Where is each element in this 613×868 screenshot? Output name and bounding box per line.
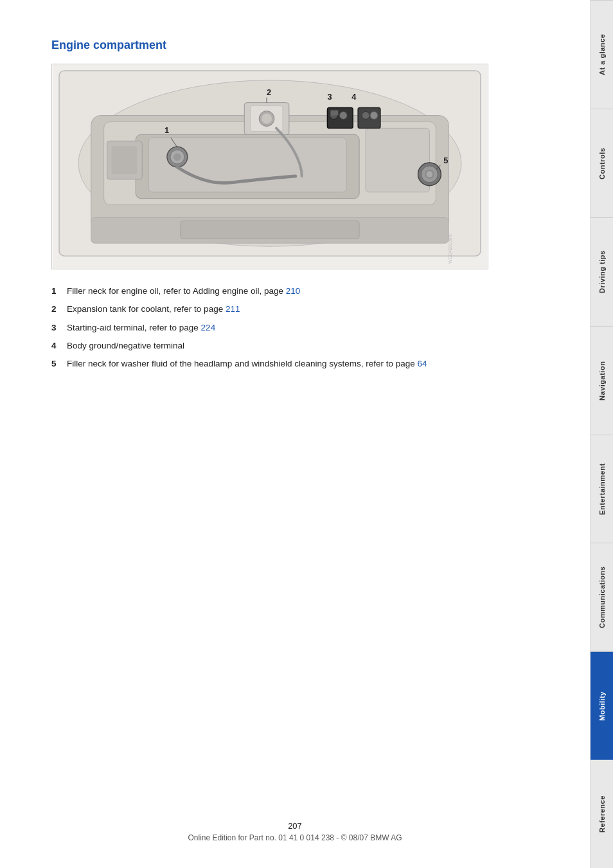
svg-point-13 xyxy=(262,114,272,124)
svg-rect-24 xyxy=(330,111,338,116)
svg-rect-9 xyxy=(366,128,429,192)
svg-text:4: 4 xyxy=(351,92,357,102)
list-item-3: 3 Starting-aid terminal, refer to page 2… xyxy=(51,321,564,334)
page-link-1[interactable]: 210 xyxy=(286,286,301,296)
main-content: Engine compartment xyxy=(0,0,590,868)
svg-text:5: 5 xyxy=(443,156,448,165)
item-text-2: Expansion tank for coolant, refer to pag… xyxy=(67,303,564,316)
svg-text:2: 2 xyxy=(267,87,271,97)
svg-point-27 xyxy=(370,112,378,120)
item-number-4: 4 xyxy=(51,339,67,352)
item-number-3: 3 xyxy=(51,321,67,334)
footer-text: Online Edition for Part no. 01 41 0 014 … xyxy=(188,833,402,842)
sidebar-tab-communications[interactable]: Communications xyxy=(591,543,613,651)
svg-text:WCC4E0199N: WCC4E0199N xyxy=(448,235,452,264)
item-text-4: Body ground/negative terminal xyxy=(67,339,564,352)
page-number: 207 xyxy=(0,821,590,831)
sidebar-tab-mobility[interactable]: Mobility xyxy=(591,651,613,760)
item-number-5: 5 xyxy=(51,357,67,370)
svg-point-23 xyxy=(339,112,347,120)
svg-rect-8 xyxy=(112,146,138,174)
svg-text:1: 1 xyxy=(164,125,169,135)
item-text-1: Filler neck for engine oil, refer to Add… xyxy=(67,285,564,298)
svg-point-16 xyxy=(173,153,181,161)
list-item-4: 4 Body ground/negative terminal xyxy=(51,339,564,352)
sidebar-tab-driving-tips[interactable]: Driving tips xyxy=(591,217,613,326)
svg-point-26 xyxy=(362,112,369,120)
sidebar-tab-navigation[interactable]: Navigation xyxy=(591,326,613,435)
list-item-1: 1 Filler neck for engine oil, refer to A… xyxy=(51,285,564,298)
item-number-2: 2 xyxy=(51,303,67,316)
section-title: Engine compartment xyxy=(51,39,564,52)
item-text-3: Starting-aid terminal, refer to page 224 xyxy=(67,321,564,334)
engine-diagram-svg: 1 2 3 4 5 xyxy=(52,64,488,269)
svg-rect-37 xyxy=(181,221,359,239)
sidebar: At a glance Controls Driving tips Naviga… xyxy=(590,0,613,868)
sidebar-tab-entertainment[interactable]: Entertainment xyxy=(591,435,613,543)
page-link-5[interactable]: 64 xyxy=(418,359,427,368)
page-link-3[interactable]: 224 xyxy=(201,323,216,332)
svg-text:3: 3 xyxy=(327,92,332,102)
sidebar-tab-controls[interactable]: Controls xyxy=(591,109,613,217)
svg-point-33 xyxy=(426,171,432,177)
item-text-5: Filler neck for washer fluid of the head… xyxy=(67,357,564,370)
page-footer: 207 Online Edition for Part no. 01 41 0 … xyxy=(0,821,590,842)
description-list: 1 Filler neck for engine oil, refer to A… xyxy=(51,285,564,370)
engine-diagram: 1 2 3 4 5 xyxy=(51,64,488,269)
sidebar-tab-reference[interactable]: Reference xyxy=(591,760,613,868)
item-number-1: 1 xyxy=(51,285,67,298)
list-item-2: 2 Expansion tank for coolant, refer to p… xyxy=(51,303,564,316)
sidebar-tab-at-a-glance[interactable]: At a glance xyxy=(591,0,613,109)
list-item-5: 5 Filler neck for washer fluid of the he… xyxy=(51,357,564,370)
page-link-2[interactable]: 211 xyxy=(226,304,240,314)
